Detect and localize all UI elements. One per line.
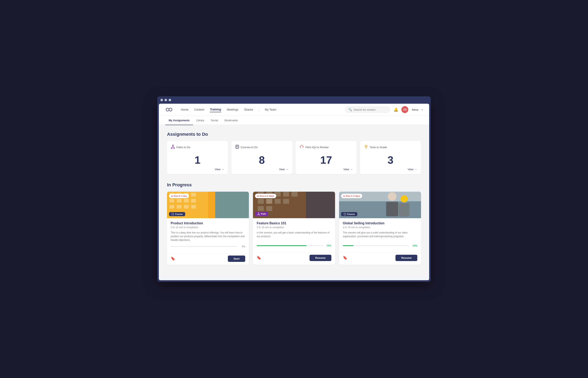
tests-header: Tests to Grade — [364, 145, 417, 150]
svg-point-1 — [171, 148, 172, 148]
card-image-1: ● Due in 2 days — [253, 192, 335, 218]
card-desc-2: This session will give you a solid under… — [343, 231, 417, 241]
progress-bar-bg-1 — [257, 245, 323, 246]
traffic-light-minimize[interactable] — [164, 99, 167, 101]
pitchiqs-number: 17 — [300, 152, 353, 168]
tab-social[interactable]: Social — [208, 116, 221, 125]
card-image-2: ● Due in 3 days Course — [339, 192, 421, 218]
svg-rect-11 — [303, 147, 304, 148]
assignment-card-tests: Tests to Grade 3 View → — [360, 141, 421, 174]
paths-footer: View → — [171, 168, 224, 171]
svg-rect-41 — [258, 206, 264, 211]
due-badge-0: ● Due in 1 day — [169, 194, 189, 198]
search-icon: 🔍 — [349, 108, 352, 111]
courses-view-link[interactable]: View → — [279, 168, 288, 171]
pitchiqs-header: Pitch IQs to Review — [300, 145, 353, 150]
tab-library[interactable]: Library — [193, 116, 208, 125]
progress-card-2: ● Due in 3 days Course Global Selling In… — [339, 192, 421, 265]
arrow-right-icon: → — [414, 168, 417, 171]
sub-nav: My Assignments Library Social Bookmarks — [159, 116, 429, 125]
assignment-card-paths: Paths to Do 1 View → — [167, 141, 228, 174]
svg-rect-26 — [177, 205, 181, 209]
resume-button-2[interactable]: Resume — [396, 255, 417, 261]
tab-bookmarks[interactable]: Bookmarks — [221, 116, 241, 125]
search-box[interactable]: 🔍 — [345, 107, 390, 113]
avatar: AS — [401, 106, 408, 113]
pitchiqs-view-link[interactable]: View → — [343, 168, 353, 171]
progress-row-0: 0% — [171, 245, 245, 248]
card-title-0: Product Introduction — [171, 221, 245, 225]
svg-point-46 — [259, 215, 260, 215]
svg-rect-37 — [258, 199, 264, 204]
svg-rect-21 — [169, 199, 174, 202]
type-badge-1: Path — [255, 212, 268, 216]
assignments-title: Assignments to Do — [167, 132, 421, 137]
nav-myteam[interactable]: My Team — [265, 107, 276, 112]
paths-number: 1 — [171, 152, 224, 168]
window-body: Home Content Training Meetings Shares My… — [159, 104, 429, 280]
svg-rect-43 — [306, 192, 335, 218]
svg-rect-29 — [172, 213, 174, 215]
fork-icon — [171, 145, 175, 150]
svg-rect-35 — [283, 192, 289, 197]
nav-training[interactable]: Training — [210, 107, 221, 112]
svg-rect-10 — [300, 147, 301, 148]
app-window: Home Content Training Meetings Shares My… — [157, 96, 431, 282]
tab-my-assignments[interactable]: My Assignments — [165, 116, 193, 125]
tests-footer: View → — [364, 168, 417, 171]
svg-rect-20 — [191, 193, 196, 196]
bookmark-icon-1[interactable]: 🔖 — [257, 256, 261, 260]
nav-shares[interactable]: Shares — [244, 107, 253, 112]
nav-content[interactable]: Content — [194, 107, 204, 112]
user-name[interactable]: Alexa — [411, 108, 418, 111]
bell-icon[interactable]: 🔔 — [394, 107, 398, 112]
nav-right: 🔍 🔔 AS Alexa ▾ — [345, 106, 423, 113]
due-dot-icon: ● — [171, 194, 173, 198]
nav-divider — [259, 108, 259, 112]
progress-pct-0: 0% — [239, 245, 245, 248]
arrow-right-icon: → — [286, 168, 288, 171]
paths-view-link[interactable]: View → — [215, 168, 224, 171]
card-image-0: ● Due in 1 day Course — [167, 192, 249, 218]
nav-links: Home Content Training Meetings Shares My… — [181, 107, 339, 112]
svg-rect-56 — [344, 213, 345, 215]
svg-rect-36 — [292, 192, 298, 197]
bookmark-icon-0[interactable]: 🔖 — [171, 256, 175, 261]
card-duration-1: 2 hr 15 min to completion — [257, 226, 331, 229]
nav-home[interactable]: Home — [181, 107, 189, 112]
start-button-0[interactable]: Start — [228, 256, 246, 262]
svg-rect-28 — [191, 205, 196, 209]
card-title-1: Feature Basics 101 — [257, 221, 331, 225]
svg-rect-38 — [266, 199, 272, 204]
svg-rect-23 — [184, 199, 189, 202]
type-badge-0: Course — [169, 212, 185, 216]
pitchiqs-footer: View → — [300, 168, 353, 171]
courses-header: Courses to Do — [235, 145, 288, 150]
search-input[interactable] — [354, 108, 387, 111]
due-badge-1: ● Due in 2 days — [255, 194, 276, 198]
top-nav: Home Content Training Meetings Shares My… — [159, 104, 429, 116]
progress-bar-fill-1 — [257, 245, 306, 246]
resume-button-1[interactable]: Resume — [310, 255, 331, 261]
due-badge-2: ● Due in 3 days — [341, 194, 362, 198]
progress-card-0: ● Due in 1 day Course Product Introducti… — [167, 192, 249, 265]
svg-point-52 — [388, 192, 396, 201]
traffic-light-expand[interactable] — [169, 99, 171, 101]
card-body-2: Global Selling Introduction 2 hr 15 min … — [339, 218, 421, 253]
traffic-light-close[interactable] — [161, 99, 163, 101]
card-desc-0: This is a deep dive into our product off… — [171, 231, 245, 242]
headset-icon — [300, 145, 304, 150]
nav-meetings[interactable]: Meetings — [227, 107, 238, 112]
bookmark-icon-2[interactable]: 🔖 — [343, 256, 347, 260]
pitchiqs-label: Pitch IQs to Review — [305, 146, 328, 149]
progress-bar-fill-2 — [343, 245, 353, 246]
assignment-card-courses: Courses to Do 8 View → — [231, 141, 292, 174]
paths-header: Paths to Do — [171, 145, 224, 150]
type-badge-2: Course — [341, 212, 357, 216]
logo[interactable] — [165, 107, 173, 112]
tests-view-link[interactable]: View → — [408, 168, 417, 171]
card-desc-1: In this session, you will get a basic un… — [257, 231, 331, 241]
card-body-1: Feature Basics 101 2 hr 15 min to comple… — [253, 218, 335, 253]
main-content: Assignments to Do — [159, 125, 429, 280]
svg-point-54 — [401, 195, 408, 202]
